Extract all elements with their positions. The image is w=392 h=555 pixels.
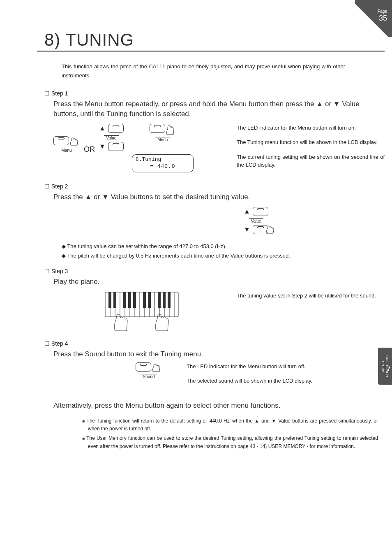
step2-note1: The tuning value can be set within the r… (62, 242, 385, 251)
step2-notes: The tuning value can be set within the r… (62, 242, 385, 261)
value-down-button-icon (108, 142, 124, 151)
rule-top (37, 29, 385, 29)
svg-rect-17 (123, 292, 126, 308)
value-label: Value (104, 135, 119, 140)
svg-rect-22 (158, 292, 161, 308)
step1-heading: ☐ Step 1 (44, 90, 385, 97)
lcd-line1: 8.Tuning (136, 156, 190, 163)
rule-bottom (37, 51, 385, 52)
or-text: OR (84, 145, 95, 154)
up-arrow-icon: ▲ (99, 125, 106, 132)
step2-note2: The pitch will be changed by 0.5 Hz incr… (62, 251, 385, 260)
svg-rect-20 (143, 292, 146, 308)
sound-button-icon (136, 362, 151, 372)
value-buttons-graphic: ▲ Value ▼ (127, 207, 385, 234)
menu-label: Menu (155, 137, 170, 142)
up-arrow-icon: ▲ (244, 208, 250, 215)
lcd-line2: = 440.0 (136, 163, 190, 170)
step2-heading: ☐ Step 2 (44, 183, 385, 190)
step3-side: The tuning value set in Step 2 will be u… (237, 292, 385, 300)
svg-rect-19 (133, 292, 136, 308)
menu-label: Menu (59, 148, 74, 153)
page-number: 35 (379, 14, 387, 23)
value-up-button-icon (108, 124, 124, 133)
step3-side-text: The tuning value set in Step 2 will be u… (237, 292, 385, 307)
step4-heading: ☐ Step 4 (44, 340, 385, 347)
svg-rect-23 (163, 292, 166, 308)
svg-rect-16 (113, 292, 116, 308)
keyboard-icon (105, 292, 179, 333)
intro-text: This function allows the pitch of the CA… (62, 62, 345, 80)
sound-label: Sound (141, 374, 157, 379)
svg-rect-15 (108, 292, 111, 308)
hand-icon (69, 136, 80, 147)
note2: The User Memory function can be used to … (82, 434, 378, 450)
step4-side2: The selected sound will be shown in the … (187, 377, 334, 385)
page-label: Page (378, 9, 387, 14)
side-tab-number: 7 (387, 365, 390, 372)
down-arrow-icon: ▼ (244, 226, 250, 233)
hand-icon (165, 124, 176, 136)
step1-side-text: The LED indicator for the Menu button wi… (237, 124, 385, 176)
step3-instruction: Play the piano. (53, 277, 374, 287)
footer-notes: The Tuning function will return to the d… (82, 417, 378, 451)
value-up-button-icon (253, 207, 268, 216)
hand-icon (265, 224, 276, 235)
note1: The Tuning function will return to the d… (82, 417, 378, 433)
svg-rect-24 (168, 292, 171, 308)
step4-instruction: Press the Sound button to exit the Tunin… (53, 349, 374, 359)
down-arrow-icon: ▼ (99, 143, 106, 150)
lcd-display: 8.Tuning = 440.0 (132, 154, 194, 172)
page-title: 8) TUNING (44, 30, 385, 50)
page-corner: Page 35 (355, 0, 392, 37)
svg-rect-21 (148, 292, 151, 308)
value-label: Value (249, 218, 264, 223)
step1-side2: The Tuning menu function will be shown i… (237, 138, 385, 146)
menu-button-icon (53, 136, 69, 145)
step1-side1: The LED indicator for the Menu button wi… (237, 124, 385, 132)
sound-button-graphic: Sound (136, 362, 162, 379)
step1-graphic: Menu OR ▲ Value ▼ Menu (53, 124, 230, 176)
section-side-tab: MENUFUNCTIONS 7 (378, 348, 392, 385)
step1-side3: The current tuning setting will be shown… (237, 153, 385, 169)
menu-button-graphic: Menu (53, 136, 80, 153)
menu-hold-graphic: Menu 8.Tuning = 440.0 (132, 124, 194, 172)
svg-rect-18 (128, 292, 131, 308)
menu-button-icon (150, 124, 165, 133)
step4-side1: The LED indicator for the Menu button wi… (187, 362, 334, 371)
step1-instruction: Press the Menu button repeatedly, or pre… (53, 99, 374, 119)
step3-heading: ☐ Step 3 (44, 268, 385, 274)
hand-icon (151, 362, 162, 373)
alternative-instruction: Alternatively, press the Menu button aga… (53, 402, 385, 410)
value-buttons-graphic: ▲ Value ▼ (99, 124, 124, 172)
step4-side-text: The LED indicator for the Menu button wi… (187, 362, 334, 392)
step2-instruction: Press the ▲ or ▼ Value buttons to set th… (53, 192, 374, 202)
